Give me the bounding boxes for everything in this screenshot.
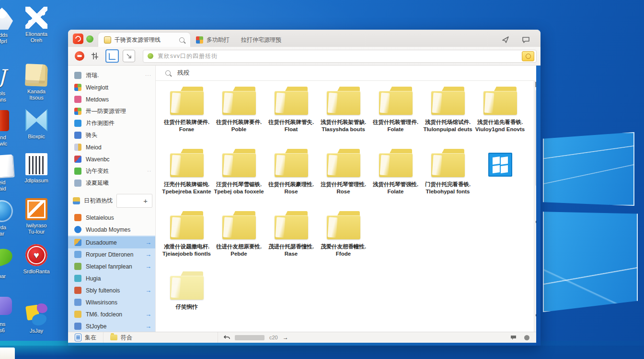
sidebar-item[interactable]: 卅—防要源管理 [68,105,155,117]
folder-item[interactable]: 茂进什托瑟香憧性.Rase [265,209,317,266]
tab-bar: 千骑资发源管理线 多功助打 拉打仲宅源理预 [68,30,540,47]
sidebar-item[interactable]: Sletaielous [68,212,155,224]
folder-item[interactable]: 往货什托装管理件.Folate [369,85,422,143]
folder-icon [168,271,206,300]
desktop-icon[interactable]: J olsans [0,66,17,103]
sidebar-item-selected[interactable]: Dusadoume→ [68,236,155,248]
green-status-icon[interactable] [86,35,93,43]
content-search-row[interactable]: 残殁 [156,66,540,81]
chat-bubble-icon[interactable] [522,36,530,43]
windows-flag-icon [196,36,203,44]
sidebar-item[interactable]: 滑瑞.··· [68,69,155,81]
desktop-icon[interactable]: ydaar [0,200,17,237]
sidebar-item[interactable]: Metdows [68,93,155,105]
folder-item[interactable]: 准泄什设题撒电杆.Tjeiaejobeb fiontls [161,209,213,266]
status-segment-folder[interactable]: 符合 [104,332,218,343]
add-button[interactable]: + [116,194,152,208]
folder-icon [377,149,415,178]
tab-2[interactable]: 多功助打 [190,33,235,47]
folder-icon [168,149,206,178]
sidebar-item[interactable]: StJoybe→ [68,320,155,332]
desktop: nddsMprl J olsans ilndowlc eidlaid ydaar… [0,0,644,359]
sidebar-item[interactable]: Wuodab Moymes [68,224,155,236]
windows-logo-tile[interactable] [474,147,526,205]
layout-button[interactable] [105,49,119,63]
colorful-icon [25,303,47,325]
folder-item[interactable]: 往进什友想原要性.Pebde [213,209,265,266]
folder-icon [220,149,258,178]
search-icon[interactable] [179,37,184,43]
folder-item[interactable]: 浅货什追先看香铁.Viuloy1gnd Enovts [474,85,526,143]
sidebar-item[interactable]: Sletapel fanrplean→ [68,260,155,272]
wallpaper-windows-pane-bottom [543,210,638,312]
desktop-icon[interactable]: eidlaid [0,155,17,192]
desktop-icon[interactable]: Bioxpic [21,109,52,140]
feedback-icon[interactable] [510,335,517,340]
folder-icon [272,149,310,178]
folder-item[interactable]: 茂爱什友想香幢性.Ffode [317,209,369,266]
sidebar-item[interactable]: Rorpuer Dtteronen→ [68,248,155,260]
folder-item[interactable]: 浅货什托装架管缺.Tlasyshda bouts [317,85,369,143]
tab-active[interactable]: 千骑资发源管理线 [98,33,190,47]
folder-item[interactable]: 往货什托装牌管失.Float [265,85,317,143]
script-icon: J [0,66,13,88]
desktop-icon[interactable]: KanadaItsous [21,64,52,101]
desktop-icon[interactable]: nddsMprl [0,8,17,45]
folder-item[interactable]: 浅货什托琴管强性.Folate [369,147,422,205]
desktop-icon[interactable]: JsJay [21,303,52,334]
book-icon [0,154,14,178]
desktop-icon[interactable]: ElionantaOreh [21,7,52,44]
sidebar-item[interactable]: Wilwsirisons [68,296,155,308]
sidebar-selected-group: Dusadoume→ Rorpuer Dtteronen→ Sletapel f… [68,236,155,332]
person-icon [0,8,13,30]
folder-item[interactable]: 注货什托琴管理性.Rose [317,147,369,205]
undo-icon[interactable] [224,335,230,340]
more-dots[interactable]: ·· [147,168,151,174]
sidebar-item[interactable]: 凌夏延曦 [68,177,155,189]
settings-icon[interactable] [524,335,529,340]
desktop-icon[interactable]: bar [0,246,17,280]
folder-item[interactable]: 汪货什托琴雪锯铁.Tpebej oba fooxele [213,147,265,205]
sidebar-item[interactable]: 访午变姓·· [68,165,155,177]
tab-3[interactable]: 拉打仲宅源理预 [235,33,287,47]
sidebar-add-row: 日初酒热忱 + [73,194,152,208]
desktop-icon[interactable]: Jdlplasum [21,153,52,184]
desktop-icon[interactable] [0,348,19,359]
sidebar-item[interactable]: Weirglott [68,81,155,93]
desktop-icon[interactable]: IwilyrasoTu-lour [21,198,52,235]
status-segment-home[interactable]: 集在 [68,332,104,343]
tan-book-icon [25,64,48,87]
progress-bar[interactable] [235,335,264,340]
send-icon[interactable] [502,36,509,43]
sidebar-item[interactable]: Wavenbc [68,153,155,165]
sidebar-item[interactable]: Hugia [68,272,155,284]
more-dots[interactable]: ··· [145,73,151,78]
folder-icon [168,211,206,240]
app-logo-icon[interactable] [73,34,83,44]
address-bar[interactable]: 寰欣svv口的四册括街 [143,50,537,63]
folder-item[interactable]: 仔笑悯忭 [161,269,213,326]
folder-item[interactable]: 门货什托完看香铁.Tlebohypal fonts [422,147,474,205]
desktop-icon[interactable]: ilndowlc [0,110,17,147]
toolbar: 寰欣svv口的四册括街 [68,47,540,66]
folder-item[interactable]: 往货什托装牌要件.Poble [213,85,265,143]
sidebar-item[interactable]: 骑头 [68,129,155,141]
folder-item[interactable]: 往货什托装豪理性.Rose [265,147,317,205]
home-button[interactable] [75,51,84,61]
icon-label: ndds [0,32,17,38]
sidebar-item[interactable]: TM6. fodcleon→ [68,308,155,320]
menu-icon[interactable] [91,52,99,60]
folder-row: 准泄什设题撒电杆.Tjeiaejobeb fiontls 往进什友想原要性.Pe… [156,205,540,266]
sidebar-item[interactable]: 片作测图件 [68,117,155,129]
folder-item[interactable]: 往货什拦装牌便件.Forae [161,85,213,143]
capture-button[interactable] [522,51,534,61]
snapshot-button[interactable] [123,50,135,62]
folder-item[interactable]: 汪壳什托装牌锯饨.Tpebejreba Exante [161,147,213,205]
folder-icon [324,149,363,178]
desktop-icon[interactable]: mss6 [0,295,17,334]
sidebar-item[interactable]: Sbly fultenois→ [68,284,155,296]
desktop-icon[interactable]: ♥ SrdloRanta [21,244,52,275]
folder-item[interactable]: 浅货什托场馆试件.Tlulonpuipal deuts [422,85,474,143]
sidebar-item[interactable]: Meiod [68,141,155,153]
folder-icon [324,211,363,240]
